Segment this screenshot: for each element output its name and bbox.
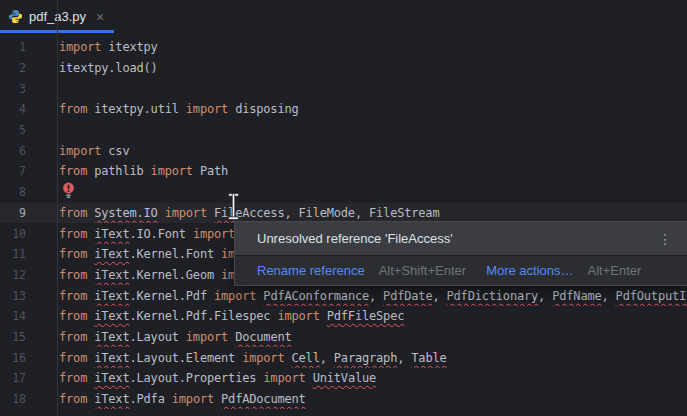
code-line[interactable]: 2itextpy.load(): [0, 58, 687, 79]
error-message: Unresolved reference 'FileAccess': [257, 231, 453, 246]
code-token: [320, 309, 327, 323]
code-token: pathlib: [87, 164, 150, 178]
keyword-token: from: [59, 102, 87, 116]
keyword-token: import: [165, 206, 207, 220]
code-token: itextpy.util: [87, 102, 186, 116]
code-line[interactable]: 13from iText.Kernel.Pdf import PdfAConfo…: [0, 285, 687, 306]
line-number: 13: [0, 289, 26, 303]
code-line[interactable]: 4from itextpy.util import disposing: [0, 99, 687, 120]
keyword-token: import: [193, 227, 235, 241]
code-text: from System.IO import FileAccess, FileMo…: [59, 206, 439, 220]
keyword-token: import: [59, 144, 101, 158]
code-text: from iText.Layout.Properties import Unit…: [59, 371, 376, 385]
code-line[interactable]: 18from iText.Pdfa import PdfADocument: [0, 389, 687, 410]
code-token: .Kernel.Font: [129, 247, 221, 261]
unresolved-token: Cell: [292, 351, 320, 365]
code-text: from iText.Kernel.Geom im: [59, 268, 235, 282]
keyword-token: import: [172, 392, 214, 406]
line-number: 9: [0, 206, 26, 220]
code-token: ,: [538, 289, 552, 303]
unresolved-token: iText: [94, 289, 129, 303]
code-text: from iText.IO.Font import: [59, 227, 235, 241]
code-text: itextpy.load(): [59, 61, 158, 75]
unresolved-token: iText: [94, 351, 129, 365]
unresolved-token: PdfDate: [383, 289, 432, 303]
rename-reference-link[interactable]: Rename reference: [257, 263, 365, 278]
unresolved-token: iText: [94, 309, 129, 323]
keyword-token: import: [263, 371, 305, 385]
more-actions-link[interactable]: More actions…: [486, 263, 573, 278]
code-line[interactable]: 6import csv: [0, 140, 687, 161]
code-token: [207, 206, 214, 220]
unresolved-token: PdfName: [552, 289, 601, 303]
code-text: import csv: [59, 144, 129, 158]
keyword-token: import: [214, 289, 256, 303]
code-text: [59, 182, 75, 202]
keyword-token: import: [186, 102, 228, 116]
code-token: .Layout.Element: [129, 351, 242, 365]
code-token: itextpy.load(): [59, 61, 158, 75]
line-number: 17: [0, 371, 26, 385]
unresolved-token: UnitValue: [313, 371, 376, 385]
code-line[interactable]: 5: [0, 120, 687, 141]
unresolved-token: PdfAConformance: [263, 289, 369, 303]
code-token: .Layout.Properties: [129, 371, 263, 385]
code-token: .Layout: [129, 330, 185, 344]
unresolved-token: PdfDictionary: [447, 289, 539, 303]
line-number: 15: [0, 330, 26, 344]
keyword-token: from: [59, 309, 87, 323]
line-number: 14: [0, 309, 26, 323]
keyword-token: from: [59, 371, 87, 385]
code-token: disposing: [228, 102, 298, 116]
unresolved-token: PdfOutputInt: [616, 289, 687, 303]
code-line[interactable]: 15from iText.Layout import Document: [0, 327, 687, 348]
code-line[interactable]: 14from iText.Kernel.Pdf.Filespec import …: [0, 306, 687, 327]
code-line[interactable]: 1import itextpy: [0, 37, 687, 58]
code-token: csv: [101, 144, 129, 158]
keyword-token: import: [242, 351, 284, 365]
code-line[interactable]: 3: [0, 78, 687, 99]
rename-reference-shortcut: Alt+Shift+Enter: [379, 263, 466, 278]
tab-close-icon[interactable]: ×: [95, 10, 105, 24]
code-line[interactable]: 7from pathlib import Path: [0, 161, 687, 182]
line-number: 11: [0, 247, 26, 261]
ide-editor-window: pdf_a3.py × 1import itextpy2itextpy.load…: [0, 0, 687, 416]
keyword-token: import: [277, 309, 319, 323]
keyword-token: import: [151, 164, 193, 178]
kebab-menu-icon[interactable]: ⋮: [654, 230, 676, 248]
keyword-token: import: [59, 40, 101, 54]
code-token: ,: [602, 289, 616, 303]
code-text: from iText.Kernel.Font im: [59, 247, 235, 261]
code-text: from pathlib import Path: [59, 164, 228, 178]
code-text: from iText.Kernel.Pdf import PdfAConform…: [59, 289, 687, 303]
code-text: from iText.Kernel.Pdf.Filespec import Pd…: [59, 309, 404, 323]
editor-tab-bar: pdf_a3.py ×: [0, 0, 687, 33]
gutter-separator: [57, 0, 58, 416]
unresolved-token: iText: [94, 268, 129, 282]
keyword-token: from: [59, 351, 87, 365]
code-token: ,: [397, 351, 411, 365]
unresolved-token: Paragraph: [334, 351, 397, 365]
code-line[interactable]: 17from iText.Layout.Properties import Un…: [0, 368, 687, 389]
code-token: .Kernel.Pdf: [129, 289, 214, 303]
error-bulb-icon[interactable]: [62, 182, 75, 199]
unresolved-token: FileAccess: [214, 206, 284, 220]
code-token: .Kernel.Pdf.Filespec: [129, 309, 277, 323]
line-number: 8: [0, 185, 26, 199]
keyword-token: import: [186, 330, 228, 344]
error-popup-header: Unresolved reference 'FileAccess' ⋮: [235, 222, 687, 256]
keyword-token: from: [59, 330, 87, 344]
code-line[interactable]: 16from iText.Layout.Element import Cell,…: [0, 347, 687, 368]
unresolved-token: PdfADocument: [221, 392, 306, 406]
code-text: import itextpy: [59, 40, 158, 54]
line-number: 10: [0, 227, 26, 241]
keyword-token: from: [59, 289, 87, 303]
unresolved-token: PdfFileSpec: [327, 309, 405, 323]
code-token: .Kernel.Geom: [129, 268, 221, 282]
unresolved-token: iText: [94, 392, 129, 406]
code-line[interactable]: 8: [0, 182, 687, 203]
code-token: ,: [369, 289, 383, 303]
line-number: 18: [0, 392, 26, 406]
line-number: 16: [0, 351, 26, 365]
code-text: from iText.Pdfa import PdfADocument: [59, 392, 306, 406]
